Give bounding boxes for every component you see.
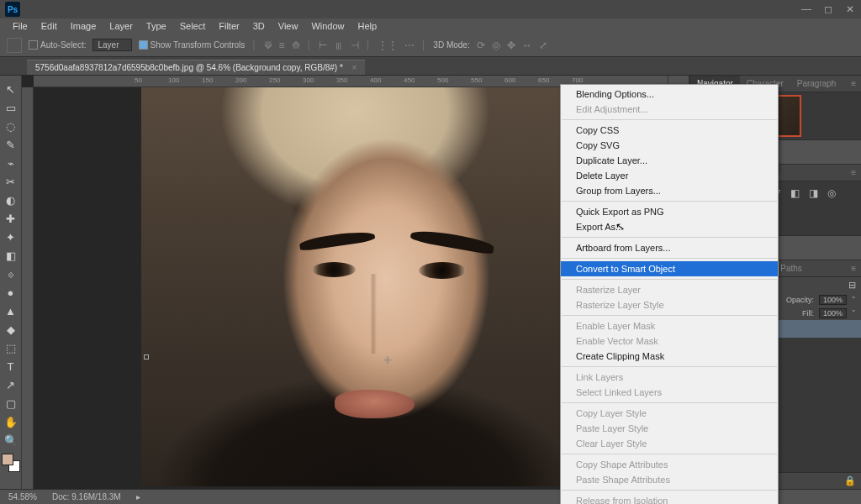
menu-item: Clear Layer Style — [561, 436, 778, 451]
fill-label: Fill: — [802, 309, 814, 318]
menu-item: Rasterize Layer Style — [561, 297, 778, 312]
blur-tool-icon[interactable]: ▲ — [2, 302, 20, 319]
panel-menu-icon[interactable]: ≡ — [846, 260, 861, 276]
zoom-tool-icon[interactable]: 🔍 — [2, 432, 20, 449]
document-tab[interactable]: 5756d0aafa8937812a7d6595b8c0befb.jpg @ 5… — [27, 60, 365, 75]
layer-context-menu: Blending Options...Edit Adjustment...Cop… — [560, 84, 779, 504]
menu-item: Copy Shape Attributes — [561, 457, 778, 472]
opacity-input[interactable]: 100% — [819, 295, 847, 305]
close-tab-icon[interactable]: × — [352, 63, 357, 72]
menu-item[interactable]: Quick Export as PNG — [561, 204, 778, 219]
document-tab-bar: 5756d0aafa8937812a7d6595b8c0befb.jpg @ 5… — [0, 57, 861, 76]
scale-3d-icon[interactable]: ⤢ — [539, 39, 547, 51]
fill-dropdown-icon[interactable]: ˅ — [852, 309, 856, 318]
title-bar: Ps — ◻ ✕ — [0, 0, 861, 18]
menu-image[interactable]: Image — [65, 21, 103, 31]
menu-type[interactable]: Type — [140, 21, 172, 31]
menu-edit[interactable]: Edit — [35, 21, 63, 31]
gradient-tool-icon[interactable]: ● — [2, 284, 20, 301]
pan-3d-icon[interactable]: ✥ — [507, 39, 515, 51]
menu-window[interactable]: Window — [305, 21, 350, 31]
panel-menu-icon[interactable]: ≡ — [846, 76, 861, 92]
menu-help[interactable]: Help — [352, 21, 383, 31]
photofilter-adj-icon[interactable]: ◎ — [825, 186, 838, 200]
panel-menu-icon[interactable]: ≡ — [846, 165, 861, 181]
crop-tool-icon[interactable]: ⌁ — [2, 155, 20, 171]
opacity-dropdown-icon[interactable]: ˅ — [852, 296, 856, 304]
show-transform-checkbox[interactable] — [139, 40, 148, 50]
menu-item: Paste Layer Style — [561, 421, 778, 436]
menu-item: Enable Layer Mask — [561, 318, 778, 333]
rotate-3d-icon[interactable]: ⟳ — [477, 39, 485, 51]
rectangle-tool-icon[interactable]: ▢ — [2, 395, 20, 412]
auto-select-dropdown[interactable]: Layer — [92, 39, 131, 51]
transform-handle[interactable] — [144, 354, 149, 360]
tab-paragraph[interactable]: Paragraph — [790, 76, 843, 92]
color-swatches[interactable] — [2, 454, 20, 472]
path-select-tool-icon[interactable]: ↗ — [2, 376, 20, 393]
menu-item[interactable]: Export As... — [561, 219, 778, 234]
history-brush-tool-icon[interactable]: ◧ — [2, 247, 20, 264]
menu-item[interactable]: Delete Layer — [561, 168, 778, 183]
filter-toggle-icon[interactable]: ⊟ — [848, 280, 856, 291]
eyedropper-tool-icon[interactable]: ✂ — [2, 173, 20, 190]
lock-layer-icon[interactable]: 🔒 — [844, 475, 856, 486]
slide-3d-icon[interactable]: ↔ — [522, 39, 532, 51]
menu-select[interactable]: Select — [174, 21, 212, 31]
menu-layer[interactable]: Layer — [103, 21, 139, 31]
menu-item: Paste Shape Attributes — [561, 472, 778, 487]
align-right-icon[interactable]: ⊣ — [351, 39, 359, 51]
bw-adj-icon[interactable]: ◨ — [806, 186, 820, 200]
align-top-icon[interactable]: ⟱ — [264, 39, 272, 51]
auto-select-label: Auto-Select: — [40, 40, 86, 50]
fill-input[interactable]: 100% — [819, 308, 847, 318]
tab-paths[interactable]: Paths — [774, 260, 808, 276]
healing-tool-icon[interactable]: ◐ — [2, 192, 20, 208]
lasso-tool-icon[interactable]: ◌ — [2, 118, 20, 134]
menu-item: Select Linked Layers — [561, 385, 778, 400]
brush-tool-icon[interactable]: ✚ — [2, 210, 20, 227]
menu-item[interactable]: Convert to Smart Object — [561, 261, 778, 276]
align-vcenter-icon[interactable]: ≡ — [279, 39, 285, 51]
menu-file[interactable]: File — [7, 21, 34, 31]
menu-item[interactable]: Duplicate Layer... — [561, 153, 778, 168]
menu-view[interactable]: View — [272, 21, 304, 31]
hand-tool-icon[interactable]: ✋ — [2, 413, 20, 430]
maximize-button[interactable]: ◻ — [817, 0, 839, 18]
distribute-v-icon[interactable]: ⋯ — [404, 39, 415, 51]
roll-3d-icon[interactable]: ◎ — [492, 39, 500, 51]
move-tool-icon[interactable]: ↖ — [2, 81, 20, 97]
eraser-tool-icon[interactable]: ⟐ — [2, 265, 20, 282]
menu-item[interactable]: Artboard from Layers... — [561, 240, 778, 255]
menu-item[interactable]: Create Clipping Mask — [561, 349, 778, 364]
minimize-button[interactable]: — — [795, 0, 817, 18]
align-hcenter-icon[interactable]: ⫼ — [334, 39, 344, 51]
distribute-h-icon[interactable]: ⋮⋮ — [378, 39, 398, 51]
menu-3d[interactable]: 3D — [247, 21, 271, 31]
close-button[interactable]: ✕ — [839, 0, 861, 18]
menu-bar: File Edit Image Layer Type Select Filter… — [0, 18, 861, 34]
app-logo: Ps — [5, 2, 20, 17]
menu-item[interactable]: Copy SVG — [561, 138, 778, 153]
pen-tool-icon[interactable]: ⬚ — [2, 339, 20, 356]
hue-adj-icon[interactable]: ◧ — [788, 186, 801, 200]
mode-3d-label: 3D Mode: — [433, 40, 469, 50]
ruler-vertical[interactable] — [22, 87, 34, 489]
menu-item[interactable]: Blending Options... — [561, 87, 778, 102]
doc-size: Doc: 9.16M/18.3M — [52, 492, 121, 501]
move-tool-icon[interactable] — [7, 38, 22, 53]
status-menu-icon[interactable]: ▸ — [136, 492, 140, 501]
quickselect-tool-icon[interactable]: ✎ — [2, 136, 20, 153]
type-tool-icon[interactable]: T — [2, 358, 20, 375]
dodge-tool-icon[interactable]: ◆ — [2, 321, 20, 338]
align-left-icon[interactable]: ⊢ — [319, 39, 327, 51]
opacity-label: Opacity: — [786, 296, 814, 304]
zoom-level[interactable]: 54.58% — [8, 492, 37, 501]
menu-filter[interactable]: Filter — [213, 21, 245, 31]
stamp-tool-icon[interactable]: ✦ — [2, 228, 20, 245]
menu-item[interactable]: Copy CSS — [561, 123, 778, 138]
menu-item[interactable]: Group from Layers... — [561, 183, 778, 198]
auto-select-checkbox[interactable] — [29, 40, 38, 50]
marquee-tool-icon[interactable]: ▭ — [2, 99, 20, 116]
align-bottom-icon[interactable]: ⟰ — [292, 39, 300, 51]
